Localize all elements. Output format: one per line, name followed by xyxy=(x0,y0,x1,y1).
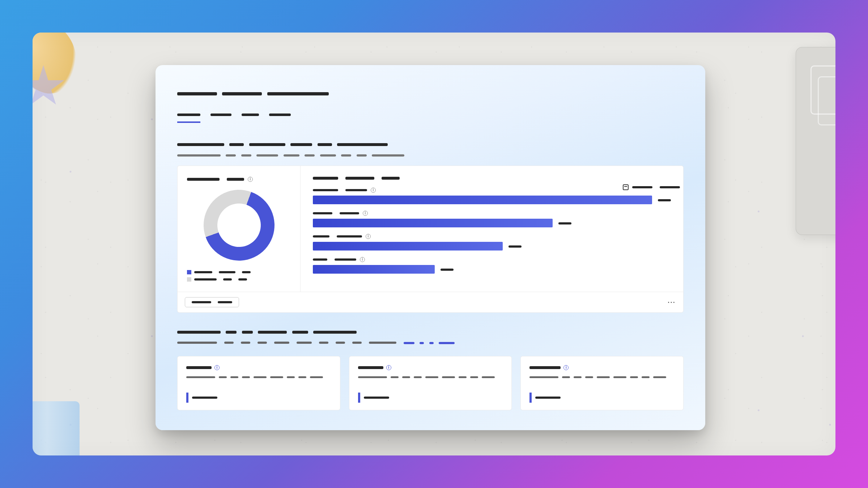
breadcrumb-seg[interactable] xyxy=(177,92,217,95)
donut-legend xyxy=(187,270,291,282)
mini-card-bar xyxy=(358,393,503,403)
breadcrumb-seg[interactable] xyxy=(267,92,329,95)
mini-card-title xyxy=(358,366,383,369)
decoration-bucket xyxy=(33,401,80,455)
bar-label xyxy=(335,258,356,261)
legend-label xyxy=(242,271,251,273)
bar-fill xyxy=(313,265,435,274)
breadcrumb-seg[interactable] xyxy=(222,92,262,95)
legend-item xyxy=(187,270,291,274)
button-label xyxy=(218,301,232,303)
decoration-side-card xyxy=(796,47,835,235)
mini-card-1[interactable]: i xyxy=(177,356,340,410)
mini-card-desc xyxy=(358,374,503,380)
bar-row-4: i xyxy=(313,257,671,274)
bar-value xyxy=(658,199,671,201)
info-icon[interactable]: i xyxy=(563,365,569,370)
bar-value xyxy=(441,269,454,271)
bar-label xyxy=(313,212,332,214)
donut-title xyxy=(187,178,220,181)
donut-center-value: 64% xyxy=(204,190,275,261)
info-icon[interactable]: i xyxy=(366,234,371,239)
mini-bar-label xyxy=(364,397,389,399)
bars-title xyxy=(313,177,338,180)
tab-1[interactable] xyxy=(177,111,200,123)
tab-2[interactable] xyxy=(210,111,231,123)
main-metrics-panel: i 64% xyxy=(177,166,684,313)
mini-bar-label xyxy=(192,397,217,399)
legend-swatch-icon xyxy=(187,270,191,274)
bar-label xyxy=(337,235,362,237)
info-icon[interactable]: i xyxy=(360,257,365,262)
info-icon[interactable]: i xyxy=(214,365,220,370)
info-icon[interactable]: i xyxy=(248,177,253,182)
legend-label xyxy=(194,271,212,273)
donut-card: i 64% xyxy=(178,166,301,292)
bar-label xyxy=(345,189,367,191)
info-icon[interactable]: i xyxy=(363,211,368,216)
bar-fill xyxy=(313,242,503,251)
bar-row-2: i xyxy=(313,211,671,227)
learn-more-link[interactable] xyxy=(404,339,455,346)
legend-label xyxy=(219,271,235,273)
tab-label xyxy=(177,114,200,116)
bar-value xyxy=(558,222,571,224)
bar-label xyxy=(340,212,359,214)
bar-value xyxy=(509,245,522,248)
bar-tick-icon xyxy=(358,393,360,403)
calendar-icon xyxy=(623,184,629,190)
legend-swatch-icon xyxy=(187,277,191,282)
legend-item xyxy=(187,277,291,282)
tab-3[interactable] xyxy=(242,111,259,123)
tab-4[interactable] xyxy=(269,111,291,123)
legend-label xyxy=(223,278,232,281)
mini-card-row: i i xyxy=(177,356,684,410)
mini-card-2[interactable]: i xyxy=(349,356,512,410)
legend-label xyxy=(238,278,247,281)
donut-chart: 64% xyxy=(193,180,284,270)
date-range-picker[interactable] xyxy=(623,184,680,190)
bar-label xyxy=(313,235,329,237)
tab-label xyxy=(269,114,291,116)
date-range-label xyxy=(660,186,680,188)
view-details-button[interactable] xyxy=(185,297,239,307)
mini-card-3[interactable]: i xyxy=(520,356,684,410)
panel-footer: ⋯ xyxy=(178,292,683,312)
bar-label xyxy=(313,189,338,191)
lower-section-subtitle xyxy=(177,339,684,346)
tab-bar xyxy=(177,111,684,123)
bar-fill xyxy=(313,196,652,204)
bar-tick-icon xyxy=(529,393,532,403)
bar-row-3: i xyxy=(313,234,671,251)
mini-card-bar xyxy=(186,393,331,403)
breadcrumb xyxy=(177,90,684,97)
info-icon[interactable]: i xyxy=(386,365,391,370)
bar-row-1: i xyxy=(313,188,671,204)
lower-section-title xyxy=(177,329,684,335)
section-subtitle xyxy=(177,152,684,158)
mini-card-title xyxy=(529,366,561,369)
mini-bar-label xyxy=(535,397,561,399)
bar-fill xyxy=(313,219,553,227)
date-range-label xyxy=(632,186,652,188)
textured-stage: i 64% xyxy=(33,33,835,455)
info-icon[interactable]: i xyxy=(371,188,376,193)
mini-card-bar xyxy=(529,393,675,403)
gradient-frame: i 64% xyxy=(0,0,868,488)
dashboard-app-window: i 64% xyxy=(156,65,705,430)
bar-tick-icon xyxy=(186,393,188,403)
bar-label xyxy=(313,258,327,261)
tab-label xyxy=(210,114,231,116)
mini-card-desc xyxy=(186,374,331,380)
mini-card-desc xyxy=(529,374,675,380)
mini-card-title xyxy=(186,366,212,369)
bars-title xyxy=(345,177,374,180)
button-label xyxy=(192,301,211,303)
tab-label xyxy=(242,114,259,116)
section-title xyxy=(177,141,684,147)
legend-label xyxy=(194,278,217,281)
donut-title xyxy=(227,178,244,181)
bars-title xyxy=(382,177,400,180)
